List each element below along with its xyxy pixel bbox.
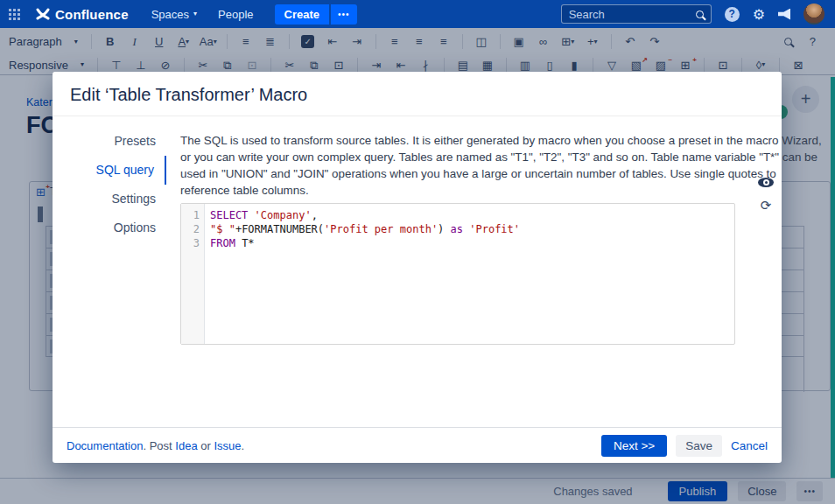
search-placeholder: Search: [569, 8, 691, 21]
description-line: used in "UNION" and "JOIN" operations wh…: [180, 165, 822, 182]
code-token: 'Profit': [469, 223, 520, 235]
help-icon[interactable]: ?: [725, 7, 740, 22]
footer-link[interactable]: Documentation: [67, 439, 143, 452]
code-token: 'Profit per month': [324, 223, 438, 235]
code-text: FROM T*: [205, 236, 255, 250]
nav-people-label: People: [218, 8, 253, 21]
cancel-button[interactable]: Cancel: [731, 439, 768, 452]
dialog-title: Edit ‘Table Transformer’ Macro: [53, 72, 782, 116]
line-number: 2: [181, 222, 205, 236]
footer-links: Documentation. Post Idea or Issue.: [67, 439, 244, 452]
code-token: [248, 209, 254, 221]
code-token: SELECT: [210, 209, 248, 221]
code-text: "$ "+FORMATNUMBER('Profit per month') as…: [205, 222, 520, 236]
code-line: 3FROM T*: [181, 236, 734, 250]
code-line: 2"$ "+FORMATNUMBER('Profit per month') a…: [181, 222, 734, 236]
tab-options[interactable]: Options: [53, 214, 166, 242]
confluence-logo-icon: [36, 8, 50, 20]
description-line: or you can write your own complex query.…: [180, 149, 822, 165]
create-more-button[interactable]: •••: [331, 4, 357, 24]
code-line: 1SELECT 'Company',: [181, 208, 734, 222]
save-button[interactable]: Save: [676, 435, 722, 457]
tab-presets[interactable]: Presets: [53, 127, 166, 156]
description-line: The SQL is used to transform source tabl…: [180, 132, 822, 149]
nav-left-group: Confluence Spaces ▾ People Create •••: [0, 4, 357, 24]
nav-spaces[interactable]: Spaces ▾: [151, 8, 197, 21]
code-text: SELECT 'Company',: [205, 208, 318, 222]
code-token: +FORMATNUMBER(: [235, 223, 324, 235]
code-token: ,: [312, 209, 318, 221]
code-token: ): [438, 223, 450, 235]
logo-text: Confluence: [55, 7, 129, 22]
code-token: FROM: [210, 237, 235, 249]
dialog-body: PresetsSQL querySettingsOptions The SQL …: [53, 116, 782, 427]
footer-text: . Post: [143, 439, 175, 452]
megaphone-icon[interactable]: [778, 9, 790, 20]
global-search-input[interactable]: Search: [561, 4, 712, 24]
edit-macro-dialog: Edit ‘Table Transformer’ Macro PresetsSQ…: [53, 72, 782, 463]
footer-text: .: [242, 439, 245, 452]
create-button[interactable]: Create: [275, 4, 329, 24]
dialog-content: The SQL is used to transform source tabl…: [166, 116, 835, 427]
description-line: reference table columns.: [180, 182, 822, 199]
line-number: 3: [181, 236, 205, 250]
preview-eye-icon[interactable]: [758, 178, 774, 187]
code-token: T*: [235, 237, 255, 249]
user-avatar[interactable]: [803, 4, 824, 24]
code-token: as: [451, 223, 463, 235]
search-icon: [696, 10, 704, 18]
code-token: "$ ": [210, 223, 235, 235]
next-button[interactable]: Next >>: [601, 435, 667, 457]
code-token: 'Company': [255, 209, 312, 221]
dialog-tab-list: PresetsSQL querySettingsOptions: [53, 116, 166, 427]
line-number: 1: [181, 208, 205, 222]
refresh-icon[interactable]: ⟳: [761, 199, 772, 212]
nav-people[interactable]: People: [218, 8, 253, 21]
top-navigation-bar: Confluence Spaces ▾ People Create ••• Se…: [0, 0, 835, 28]
tab-sql-query[interactable]: SQL query: [53, 156, 166, 185]
tab-settings[interactable]: Settings: [53, 185, 166, 214]
sql-description: The SQL is used to transform source tabl…: [180, 132, 822, 199]
nav-spaces-label: Spaces: [151, 8, 189, 21]
editor-lines: 1SELECT 'Company',2"$ "+FORMATNUMBER('Pr…: [181, 204, 734, 250]
app-switcher-icon[interactable]: [9, 9, 20, 20]
dialog-footer: Documentation. Post Idea or Issue. Next …: [53, 427, 782, 463]
footer-link[interactable]: Idea: [175, 439, 197, 452]
dialog-icon-rail: ⟳: [758, 178, 774, 212]
sql-editor[interactable]: 1SELECT 'Company',2"$ "+FORMATNUMBER('Pr…: [180, 203, 735, 345]
footer-text: or: [198, 439, 214, 452]
footer-buttons: Next >> Save Cancel: [601, 435, 768, 457]
chevron-down-icon: ▾: [193, 10, 197, 18]
nav-right-group: Search ? ⚙: [561, 4, 835, 24]
confluence-logo[interactable]: Confluence: [36, 7, 129, 22]
gear-icon[interactable]: ⚙: [753, 6, 765, 23]
footer-link[interactable]: Issue: [214, 439, 241, 452]
